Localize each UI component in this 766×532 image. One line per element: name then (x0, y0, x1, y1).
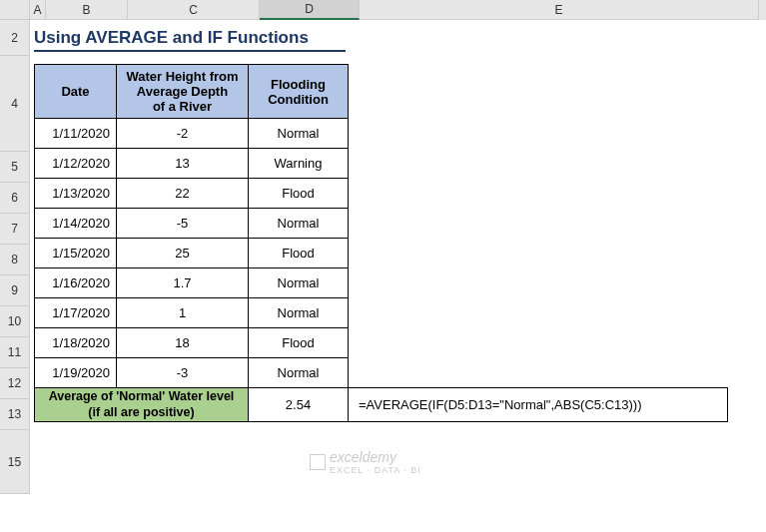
table-header-row: Date Water Height from Average Depth of … (35, 65, 728, 119)
cell-date[interactable]: 1/15/2020 (35, 239, 117, 268)
cell-cond[interactable]: Normal (249, 209, 349, 239)
cell-date[interactable]: 1/13/2020 (35, 179, 117, 209)
cell-date[interactable]: 1/16/2020 (35, 268, 117, 298)
row-header-5[interactable]: 5 (0, 152, 30, 183)
cell-cond[interactable]: Flood (249, 328, 349, 358)
table-row: 1/13/202022Flood (35, 179, 728, 209)
row-header-6[interactable]: 6 (0, 183, 30, 214)
cell-cond[interactable]: Normal (249, 119, 349, 149)
cell-date[interactable]: 1/11/2020 (35, 119, 117, 149)
cell-cond[interactable]: Normal (249, 358, 349, 388)
page-title: Using AVERAGE and IF Functions (34, 24, 346, 52)
cell-date[interactable]: 1/14/2020 (35, 209, 117, 239)
summary-value[interactable]: 2.54 (249, 388, 349, 422)
table-row: 1/18/202018Flood (35, 328, 728, 358)
cell-height[interactable]: 18 (117, 328, 249, 358)
row-header-10[interactable]: 10 (0, 306, 30, 337)
row-header-12[interactable]: 12 (0, 368, 30, 399)
col-header-B[interactable]: B (46, 0, 128, 20)
col-header-A[interactable]: A (30, 0, 46, 20)
row-header-11[interactable]: 11 (0, 337, 30, 368)
cell-height[interactable]: -3 (117, 358, 249, 388)
data-table: Date Water Height from Average Depth of … (34, 64, 728, 422)
cell-height[interactable]: 1.7 (117, 268, 249, 298)
cell-cond[interactable]: Flood (249, 239, 349, 268)
cell-height[interactable]: -2 (117, 119, 249, 149)
row-header-7[interactable]: 7 (0, 214, 30, 245)
cell-cond[interactable]: Warning (249, 149, 349, 179)
table-row: 1/19/2020-3Normal (35, 358, 728, 388)
cell-height[interactable]: 25 (117, 239, 249, 268)
select-all-corner[interactable] (0, 0, 30, 20)
col-header-D[interactable]: D (260, 0, 360, 20)
table-row: 1/14/2020-5Normal (35, 209, 728, 239)
header-date: Date (35, 65, 117, 119)
cell-height[interactable]: 13 (117, 149, 249, 179)
col-header-C[interactable]: C (128, 0, 260, 20)
table-row: 1/12/202013Warning (35, 149, 728, 179)
cell-height[interactable]: 1 (117, 298, 249, 328)
table-row: 1/16/20201.7Normal (35, 268, 728, 298)
cell-date[interactable]: 1/18/2020 (35, 328, 117, 358)
cell-height[interactable]: 22 (117, 179, 249, 209)
col-header-E[interactable]: E (360, 0, 759, 20)
summary-row: Average of 'Normal' Water level (if all … (35, 388, 728, 422)
table-row: 1/11/2020-2Normal (35, 119, 728, 149)
summary-formula: =AVERAGE(IF(D5:D13="Normal",ABS(C5:C13))… (349, 388, 728, 422)
row-header-9[interactable]: 9 (0, 275, 30, 306)
row-header-15[interactable]: 15 (0, 430, 30, 494)
table-row: 1/17/20201Normal (35, 298, 728, 328)
row-header-4[interactable]: 4 (0, 56, 30, 152)
cell-cond[interactable]: Normal (249, 298, 349, 328)
summary-label: Average of 'Normal' Water level (if all … (35, 388, 249, 422)
row-header-8[interactable]: 8 (0, 245, 30, 275)
cell-date[interactable]: 1/17/2020 (35, 298, 117, 328)
row-header-13[interactable]: 13 (0, 399, 30, 430)
cell-date[interactable]: 1/12/2020 (35, 149, 117, 179)
cell-cond[interactable]: Flood (249, 179, 349, 209)
row-header-2[interactable]: 2 (0, 20, 30, 56)
table-row: 1/15/202025Flood (35, 239, 728, 268)
header-condition: Flooding Condition (249, 65, 349, 119)
cell-height[interactable]: -5 (117, 209, 249, 239)
cell-cond[interactable]: Normal (249, 268, 349, 298)
header-height: Water Height from Average Depth of a Riv… (117, 65, 249, 119)
cell-date[interactable]: 1/19/2020 (35, 358, 117, 388)
